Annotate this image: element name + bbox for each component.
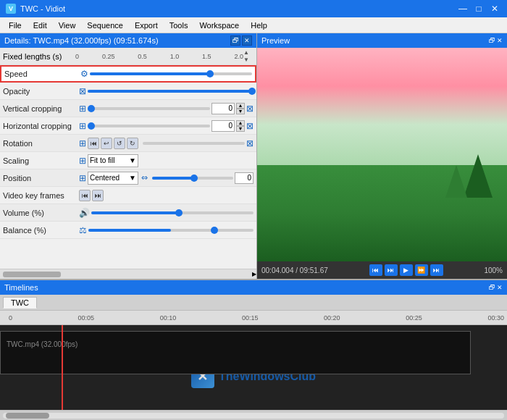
fixed-lengths-row: Fixed lengths (s) 0 0.25 0.5 1.0 1.5 2.0…	[0, 48, 256, 65]
maximize-button[interactable]: □	[472, 3, 485, 14]
scroll-down[interactable]: ▼	[243, 56, 254, 63]
scaling-controls: ⊞ Fit to fill ▼	[79, 154, 254, 167]
vert-crop-thumb[interactable]	[88, 105, 95, 112]
position-slider[interactable]	[152, 177, 233, 180]
position-link-icon: ⇔	[141, 173, 148, 182]
ruler-marks: 0 00:05 00:10 00:15 00:20 00:25 00:30	[9, 314, 504, 322]
horiz-crop-input[interactable]	[211, 120, 235, 132]
transport-play[interactable]: ▶	[400, 264, 413, 276]
preview-close[interactable]: ✕	[497, 37, 503, 44]
horiz-crop-down[interactable]: ▼	[236, 126, 245, 132]
h-scroll-thumb[interactable]	[3, 272, 61, 277]
volume-label: Volume (%)	[3, 209, 79, 217]
scaling-dropdown[interactable]: Fit to fill ▼	[88, 154, 138, 167]
menu-workspace[interactable]: Workspace	[193, 20, 245, 31]
balance-thumb[interactable]	[211, 227, 218, 234]
speed-slider-track[interactable]	[90, 72, 252, 75]
playhead[interactable]	[62, 325, 63, 410]
position-thumb[interactable]	[190, 175, 198, 182]
details-close-btn[interactable]: ✕	[242, 35, 252, 46]
speed-slider-thumb[interactable]	[206, 70, 214, 77]
speed-controls: ⚙	[80, 69, 252, 79]
timeline-tab-twc[interactable]: TWC	[3, 297, 37, 308]
timeline-content: ✕ TheWindowsClub TWC.mp4 (32.000fps)	[0, 325, 507, 410]
menu-help[interactable]: Help	[245, 20, 273, 31]
rotation-end-icon: ⊠	[246, 138, 254, 148]
title-bar-controls: — □ ✕	[456, 3, 501, 14]
ruler-0: 0	[9, 314, 12, 322]
timelines-restore[interactable]: 🗗	[489, 284, 495, 291]
video-keyframes-label: Video key frames	[3, 191, 79, 200]
rotation-btn3[interactable]: ↺	[114, 138, 125, 149]
horiz-crop-slider[interactable]	[88, 125, 210, 127]
fixed-lengths-timeline: 0 0.25 0.5 1.0 1.5 2.0	[75, 49, 243, 64]
position-dropdown-arrow: ▼	[129, 174, 136, 182]
timelines-close[interactable]: ✕	[497, 284, 503, 291]
timelines-title: Timelines	[4, 283, 38, 292]
preview-bar: Preview 🗗 ✕	[257, 33, 507, 48]
transport-prev-frame[interactable]: ⏭	[385, 264, 398, 276]
properties-scrollbar[interactable]: ▶	[0, 269, 256, 279]
keyframe-btn2[interactable]: ⏭	[92, 190, 104, 201]
scaling-label: Scaling	[3, 156, 79, 165]
tick-20: 2.0	[234, 53, 243, 60]
rotation-btn4[interactable]: ↻	[127, 138, 138, 149]
volume-thumb[interactable]	[175, 209, 183, 217]
minimize-button[interactable]: —	[456, 3, 469, 14]
menu-export[interactable]: Export	[129, 20, 164, 31]
menu-edit[interactable]: Edit	[28, 20, 53, 31]
title-bar: V TWC - Vidiot — □ ✕	[0, 0, 507, 17]
horiz-crop-up[interactable]: ▲	[236, 120, 245, 126]
transport-skip-start[interactable]: ⏮	[369, 264, 382, 276]
fixed-lengths-ticks: 0 0.25 0.5 1.0 1.5 2.0	[75, 53, 243, 60]
title-bar-left: V TWC - Vidiot	[6, 4, 65, 14]
volume-fill	[91, 211, 180, 214]
transport-skip-end[interactable]: ⏭	[430, 264, 443, 276]
vert-crop-input[interactable]	[211, 103, 235, 114]
preview-title: Preview	[261, 36, 290, 45]
position-dropdown[interactable]: Centered ▼	[88, 172, 138, 185]
rotation-slider[interactable]	[143, 142, 245, 145]
horizontal-cropping-label: Horizontal cropping	[3, 122, 79, 130]
preview-restore[interactable]: 🗗	[489, 37, 495, 44]
details-close-controls: 🗗 ✕	[230, 35, 252, 46]
tick-10: 1.0	[170, 53, 180, 60]
vert-crop-slider[interactable]	[88, 107, 210, 110]
horiz-crop-thumb[interactable]	[88, 122, 95, 130]
vert-crop-spinners: ▲ ▼	[236, 103, 245, 114]
details-restore-btn[interactable]: 🗗	[230, 35, 240, 46]
volume-row: Volume (%) 🔊	[0, 204, 256, 222]
menu-file[interactable]: File	[3, 20, 28, 31]
volume-slider[interactable]	[91, 211, 254, 214]
menu-sequence[interactable]: Sequence	[81, 20, 129, 31]
rotation-row: Rotation ⊞ ⏮ ↩ ↺ ↻ ⊠	[0, 135, 256, 152]
timeline-scrollbar-thumb[interactable]	[6, 413, 49, 419]
close-button[interactable]: ✕	[488, 3, 501, 14]
keyframe-btn1[interactable]: ⏮	[79, 190, 91, 201]
opacity-label: Opacity	[3, 87, 79, 96]
rotation-btn2[interactable]: ↩	[101, 138, 112, 149]
ruler-5: 00:05	[78, 314, 95, 322]
vert-crop-down[interactable]: ▼	[236, 109, 245, 114]
window-title: TWC - Vidiot	[20, 4, 65, 13]
main-area: Details: TWC.mp4 (32.000fps) (09:51.674s…	[0, 33, 507, 279]
transport-buttons: ⏮ ⏭ ▶ ⏩ ⏭	[369, 264, 443, 276]
balance-slider[interactable]	[88, 229, 254, 232]
video-track[interactable]: TWC.mp4 (32.000fps)	[0, 331, 471, 374]
opacity-slider-track[interactable]	[88, 90, 254, 93]
vert-crop-up[interactable]: ▲	[236, 103, 245, 109]
preview-tree2	[445, 165, 467, 198]
horiz-crop-spinners: ▲ ▼	[236, 120, 245, 132]
menu-tools[interactable]: Tools	[164, 20, 194, 31]
transport-next-frame[interactable]: ⏩	[415, 264, 428, 276]
ruler-10: 00:10	[160, 314, 177, 322]
opacity-slider-thumb[interactable]	[248, 88, 256, 95]
position-input[interactable]	[235, 172, 254, 184]
rotation-btn1[interactable]: ⏮	[88, 138, 99, 149]
vert-crop-icon: ⊞	[79, 104, 86, 114]
h-scroll-right[interactable]: ▶	[252, 271, 256, 277]
menu-view[interactable]: View	[53, 20, 82, 31]
scroll-up[interactable]: ▲	[243, 49, 254, 56]
position-controls: ⊞ Centered ▼ ⇔	[79, 172, 254, 185]
properties-area: Fixed lengths (s) 0 0.25 0.5 1.0 1.5 2.0…	[0, 48, 256, 269]
